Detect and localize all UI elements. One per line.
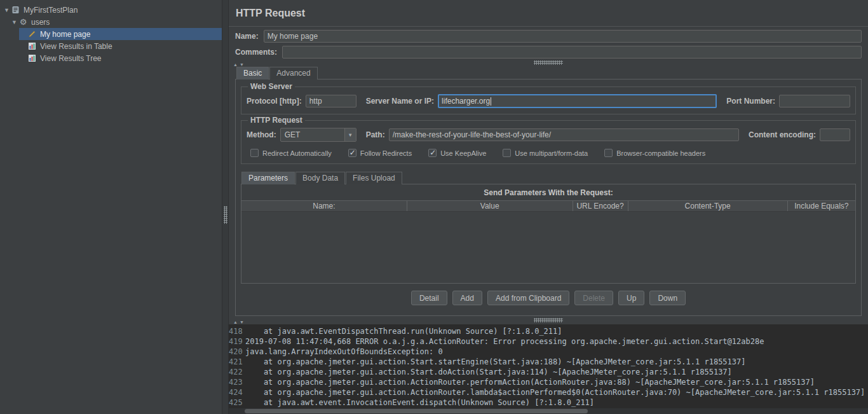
- config-tabs: Basic Advanced: [229, 67, 868, 79]
- path-label: Path:: [366, 130, 385, 139]
- checkbox-icon[interactable]: [604, 149, 613, 157]
- column-header[interactable]: Include Equals?: [788, 201, 855, 211]
- chevron-down-icon: ▼: [344, 128, 356, 141]
- splitter-grip-icon[interactable]: [534, 60, 563, 65]
- path-input[interactable]: [389, 128, 739, 141]
- tree-item-label: View Results Tree: [40, 54, 102, 63]
- parameter-tab[interactable]: Files Upload: [346, 172, 402, 184]
- log-line-text: at java.awt.event.InvocationEvent.dispat…: [245, 397, 594, 408]
- log-line-text: at org.apache.jmeter.gui.action.Start.do…: [245, 367, 732, 377]
- checkbox-icon[interactable]: [503, 149, 511, 157]
- action-button[interactable]: Delete: [574, 291, 613, 305]
- tree-item-label: View Results in Table: [40, 42, 112, 51]
- method-select[interactable]: GET ▼: [280, 128, 356, 142]
- server-name-input[interactable]: lifecharger.org: [438, 94, 717, 108]
- checkbox-icon[interactable]: [250, 149, 259, 157]
- method-path-row: Method: GET ▼ Path: Content encoding:: [247, 128, 850, 142]
- action-button[interactable]: Add: [452, 291, 482, 305]
- log-line: 420 java.lang.ArrayIndexOutOfBoundsExcep…: [229, 347, 868, 357]
- text-caret: [491, 97, 491, 106]
- config-tab[interactable]: Basic: [236, 67, 269, 79]
- log-line-text: at org.apache.jmeter.gui.action.ActionRo…: [245, 387, 865, 397]
- web-server-group: Web Server Protocol [http]: Server Name …: [241, 82, 856, 114]
- test-plan-tree: ▼ MyFirstTestPlan ▼ ⚙ users ▼ My home pa…: [0, 4, 222, 64]
- log-line: 419 2019-07-08 11:47:04,668 ERROR o.a.j.…: [229, 336, 868, 347]
- tree-item[interactable]: ▼ My home page: [19, 28, 222, 40]
- table-actions: Detail Add Add from Clipboard Delete Up …: [236, 291, 861, 305]
- expand-toggle-icon[interactable]: ▼: [3, 7, 11, 13]
- tree-item-label: users: [31, 18, 50, 27]
- column-header[interactable]: Name:: [241, 201, 407, 211]
- log-splitter: ▲▼: [229, 316, 868, 324]
- log-line-number: 424: [229, 387, 245, 397]
- parameters-table-body[interactable]: [241, 212, 855, 283]
- checkbox[interactable]: Browser-compatible headers: [604, 149, 705, 157]
- log-line-text: at org.apache.jmeter.gui.action.Start.st…: [245, 357, 745, 367]
- column-header[interactable]: URL Encode?: [573, 201, 628, 211]
- listener-icon: [27, 54, 37, 63]
- checkbox-icon[interactable]: [348, 149, 356, 157]
- server-name-label: Server Name or IP:: [366, 97, 434, 106]
- log-line-text: at java.awt.EventDispatchThread.run(Unkn…: [245, 326, 562, 336]
- name-label: Name:: [235, 32, 259, 41]
- name-input[interactable]: [264, 30, 862, 43]
- group-title: HTTP Request: [248, 116, 305, 125]
- http-request-group: HTTP Request Method: GET ▼ Path: Content…: [241, 116, 856, 164]
- group-title: Web Server: [248, 82, 295, 91]
- collapse-down-icon[interactable]: ▼: [240, 62, 244, 67]
- log-line: 423 at org.apache.jmeter.gui.action.Acti…: [229, 377, 868, 387]
- action-button[interactable]: Down: [649, 291, 686, 305]
- checkbox-icon[interactable]: [428, 149, 437, 157]
- protocol-label: Protocol [http]:: [247, 97, 302, 106]
- content-encoding-label: Content encoding:: [749, 130, 816, 139]
- checkbox[interactable]: Follow Redirects: [348, 149, 412, 157]
- log-line-text: 2019-07-08 11:47:04,668 ERROR o.a.j.g.a.…: [245, 336, 764, 347]
- action-button[interactable]: Detail: [411, 291, 447, 305]
- column-header[interactable]: Value: [407, 201, 573, 211]
- http-request-panel: HTTP Request Name: Comments: ▲▼ Basic Ad…: [229, 0, 868, 414]
- collapse-down-icon[interactable]: ▼: [240, 320, 244, 324]
- parameters-panel: Send Parameters With the Request: Name: …: [241, 184, 856, 284]
- collapse-up-icon[interactable]: ▲: [233, 62, 238, 67]
- protocol-input[interactable]: [306, 95, 356, 107]
- parameter-tab[interactable]: Body Data: [295, 172, 345, 184]
- panel-title-bar: HTTP Request: [229, 0, 868, 27]
- log-line-number: 423: [229, 377, 245, 387]
- horizontal-scrollbar[interactable]: [229, 408, 868, 414]
- action-button[interactable]: Up: [618, 291, 644, 305]
- content-encoding-input[interactable]: [820, 128, 850, 141]
- column-header[interactable]: Content-Type: [628, 201, 788, 211]
- port-input[interactable]: [779, 95, 850, 107]
- checkbox-label: Follow Redirects: [360, 149, 412, 157]
- log-line: 418 at java.awt.EventDispatchThread.run(…: [229, 326, 868, 336]
- parameter-tabs: Parameters Body Data Files Upload: [236, 172, 861, 184]
- vertical-splitter[interactable]: [222, 0, 229, 414]
- tree-item[interactable]: ▼ MyFirstTestPlan: [3, 4, 222, 16]
- splitter-grip-icon[interactable]: [224, 206, 227, 224]
- tree-item[interactable]: ▼ View Results in Table: [19, 40, 222, 52]
- action-button[interactable]: Add from Clipboard: [487, 291, 569, 305]
- web-server-row: Protocol [http]: Server Name or IP: life…: [247, 94, 850, 108]
- comments-row: Comments:: [229, 46, 868, 59]
- splitter-grip-icon[interactable]: [534, 318, 563, 322]
- method-value: GET: [281, 130, 344, 139]
- log-line-number: 420: [229, 347, 245, 357]
- log-panel: 418 at java.awt.EventDispatchThread.run(…: [229, 324, 868, 414]
- parameter-tab[interactable]: Parameters: [241, 172, 295, 184]
- tree-item-label: MyFirstTestPlan: [24, 6, 78, 15]
- top-splitter: ▲▼: [229, 59, 868, 67]
- checkbox[interactable]: Use multipart/form-data: [503, 149, 588, 157]
- parameters-title: Send Parameters With the Request:: [241, 184, 855, 200]
- checkbox[interactable]: Use KeepAlive: [428, 149, 486, 157]
- port-label: Port Number:: [726, 97, 775, 106]
- scrollbar-thumb[interactable]: [245, 409, 588, 413]
- log-line-text: java.lang.ArrayIndexOutOfBoundsException…: [245, 347, 443, 357]
- expand-toggle-icon[interactable]: ▼: [10, 19, 18, 25]
- checkbox[interactable]: Redirect Automatically: [250, 149, 332, 157]
- tree-item[interactable]: ▼ ⚙ users: [10, 16, 222, 28]
- log-line: 421 at org.apache.jmeter.gui.action.Star…: [229, 357, 868, 367]
- tree-item[interactable]: ▼ View Results Tree: [19, 52, 222, 64]
- collapse-up-icon[interactable]: ▲: [233, 320, 238, 324]
- comments-input[interactable]: [282, 46, 862, 59]
- config-tab[interactable]: Advanced: [269, 67, 317, 79]
